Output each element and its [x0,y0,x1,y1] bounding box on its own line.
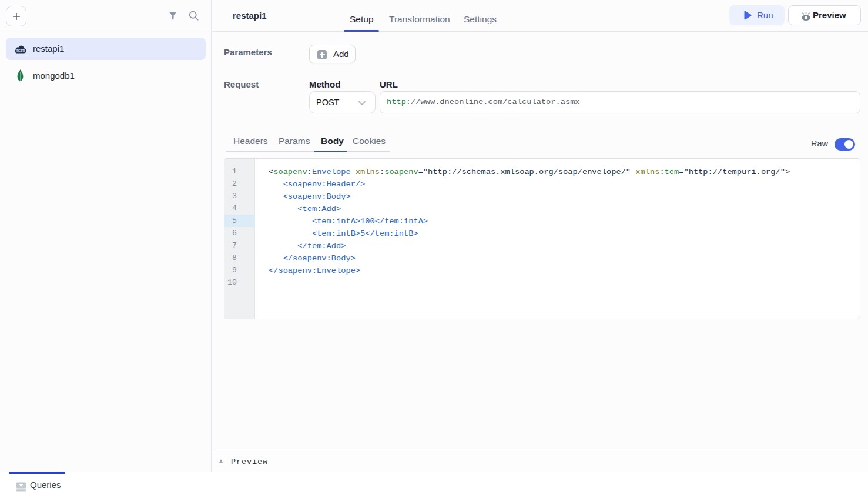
svg-text:{REST}: {REST} [16,49,25,52]
